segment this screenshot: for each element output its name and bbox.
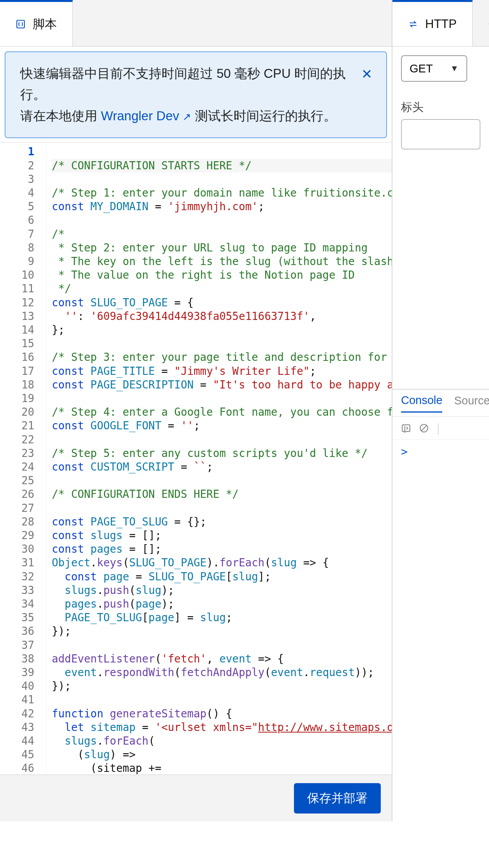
tab-other[interactable] [473,0,489,46]
code-editor[interactable]: 1234567891011121314151617181920212223242… [0,142,392,775]
cpu-limit-notice: 快速编辑器中目前不支持时间超过 50 毫秒 CPU 时间的执行。 ✕ 请在本地使… [5,51,387,138]
notice-line2-prefix: 请在本地使用 [20,109,101,123]
line-gutter: 1234567891011121314151617181920212223242… [0,142,46,775]
tab-script-label: 脚本 [33,16,57,32]
right-tabbar: HTTP [392,0,489,47]
code-content[interactable]: /* CONFIGURATION STARTS HERE */ /* Step … [46,142,392,775]
clear-console-icon[interactable] [419,423,429,433]
console-body[interactable]: > [392,440,489,821]
svg-rect-1 [402,425,410,431]
http-method-select[interactable]: GET ▼ [401,55,467,82]
swap-icon [408,19,418,29]
tab-http-label: HTTP [425,17,457,31]
notice-line2-suffix: 测试长时间运行的执行。 [191,109,336,123]
tab-http[interactable]: HTTP [392,0,473,46]
wrangler-dev-link[interactable]: Wrangler Dev ↗ [101,109,191,123]
method-row: GET ▼ [392,47,489,82]
sources-tab[interactable]: Source [454,394,489,412]
left-tabbar: 脚本 [0,0,392,47]
devtools-panel: Console Source | > [392,389,489,821]
headers-label: 标头 [392,82,489,119]
console-toolbar: | [392,417,489,440]
console-tab[interactable]: Console [401,394,442,413]
close-icon[interactable]: ✕ [361,63,372,85]
save-deploy-button[interactable]: 保存并部署 [294,783,381,814]
console-prompt: > [401,445,408,458]
bottom-bar: 保存并部署 [0,775,392,821]
notice-line1: 快速编辑器中目前不支持时间超过 50 毫秒 CPU 时间的执行。 [20,66,346,102]
http-method-value: GET [410,62,433,75]
chevron-down-icon: ▼ [450,63,459,74]
tab-script[interactable]: 脚本 [0,0,73,46]
headers-input[interactable] [401,119,480,149]
toggle-sidebar-icon[interactable] [401,423,411,433]
devtools-tabs: Console Source [392,390,489,417]
braces-icon [16,19,26,29]
external-link-icon: ↗ [183,111,191,123]
svg-rect-0 [17,20,25,28]
